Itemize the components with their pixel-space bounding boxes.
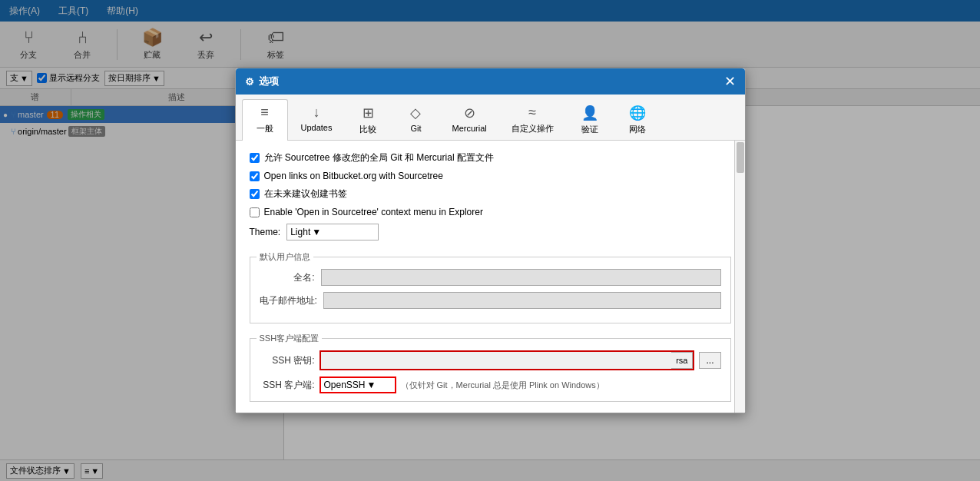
compare-tab-label: 比较	[359, 124, 376, 135]
checkbox-open-links[interactable]	[250, 171, 260, 181]
checkbox-open-links-label: Open links on Bitbucket.org with Sourcet…	[264, 171, 443, 181]
dialog-title: ⚙ 选项	[245, 75, 279, 88]
updates-tab-label: Updates	[301, 123, 333, 132]
tab-auth[interactable]: 👤 验证	[567, 99, 613, 140]
ssh-legend: SSH客户端配置	[257, 333, 323, 344]
network-tab-icon: 🌐	[629, 104, 646, 121]
git-tab-icon: ◇	[410, 104, 421, 121]
checkbox-context-menu-label: Enable 'Open in Sourcetree' context menu…	[264, 207, 483, 217]
tab-updates[interactable]: ↓ Updates	[290, 99, 344, 140]
ssh-client-label: SSH 客户端:	[260, 379, 315, 392]
checkbox-context-menu[interactable]	[250, 207, 260, 217]
user-info-legend: 默认用户信息	[257, 251, 313, 263]
checkbox-suggest-bookmarks[interactable]	[250, 189, 260, 199]
options-dialog: ⚙ 选项 ✕ ≡ 一般 ↓ Updates ⊞ 比较 ◇ Git	[235, 68, 746, 413]
checkbox-row-3: 在未来建议创建书签	[250, 187, 731, 201]
email-input[interactable]	[323, 292, 721, 309]
checkbox-allow-modify-label: 允许 Sourcetree 修改您的全局 Git 和 Mercurial 配置文…	[264, 151, 494, 164]
dialog-close-button[interactable]: ✕	[724, 75, 736, 88]
dialog-title-text: 选项	[259, 75, 279, 88]
chevron-down-icon5: ▼	[312, 227, 321, 237]
theme-row: Theme: Light ▼	[250, 224, 731, 240]
ssh-client-note: （仅针对 Git，Mercurial 总是使用 Plink on Windows…	[401, 380, 604, 391]
email-label: 电子邮件地址:	[260, 294, 317, 307]
user-info-fieldset: 默认用户信息 全名: 电子邮件地址:	[250, 251, 731, 323]
ssh-client-value: OpenSSH	[324, 380, 366, 390]
updates-tab-icon: ↓	[313, 104, 319, 121]
ssh-key-row: SSH 密钥: rsa ...	[260, 350, 721, 370]
theme-value: Light	[290, 227, 310, 237]
network-tab-label: 网络	[629, 124, 646, 135]
dialog-body: 允许 Sourcetree 修改您的全局 Git 和 Mercurial 配置文…	[236, 141, 745, 413]
fullname-label: 全名:	[260, 271, 315, 284]
email-row: 电子邮件地址:	[260, 292, 721, 309]
dialog-title-icon: ⚙	[245, 76, 254, 88]
tab-compare[interactable]: ⊞ 比较	[345, 99, 391, 140]
ssh-key-label: SSH 密钥:	[260, 354, 315, 367]
fullname-input[interactable]	[321, 269, 721, 286]
auth-tab-label: 验证	[581, 124, 598, 135]
fullname-row: 全名:	[260, 269, 721, 286]
tab-custom-actions[interactable]: ≈ 自定义操作	[500, 99, 565, 140]
mercurial-tab-icon: ⊘	[464, 104, 475, 121]
tab-network[interactable]: 🌐 网络	[614, 99, 661, 140]
scroll-thumb	[737, 142, 744, 173]
checkbox-allow-modify[interactable]	[250, 153, 260, 163]
custom-tab-label: 自定义操作	[512, 123, 554, 134]
dialog-titlebar: ⚙ 选项 ✕	[236, 68, 745, 95]
modal-overlay: ⚙ 选项 ✕ ≡ 一般 ↓ Updates ⊞ 比较 ◇ Git	[0, 0, 980, 481]
theme-select[interactable]: Light ▼	[286, 224, 379, 240]
checkbox-suggest-bookmarks-label: 在未来建议创建书签	[264, 187, 347, 201]
general-tab-label: 一般	[257, 123, 273, 134]
checkbox-row-4: Enable 'Open in Sourcetree' context menu…	[250, 207, 731, 217]
ssh-client-select[interactable]: OpenSSH ▼	[319, 377, 396, 393]
dialog-scrollbar[interactable]	[734, 141, 745, 413]
auth-tab-icon: 👤	[581, 104, 598, 121]
tab-git[interactable]: ◇ Git	[392, 99, 439, 140]
ssh-key-browse-button[interactable]: ...	[699, 352, 720, 369]
tab-general[interactable]: ≡ 一般	[242, 99, 288, 141]
git-tab-label: Git	[410, 124, 421, 133]
custom-tab-icon: ≈	[528, 104, 536, 121]
ssh-key-field-wrapper: rsa	[319, 350, 695, 370]
chevron-down-icon6: ▼	[367, 380, 376, 390]
ssh-key-input[interactable]	[321, 352, 672, 369]
checkbox-row-2: Open links on Bitbucket.org with Sourcet…	[250, 171, 731, 181]
dialog-general-content: 允许 Sourcetree 修改您的全局 Git 和 Mercurial 配置文…	[236, 141, 745, 413]
mercurial-tab-label: Mercurial	[452, 124, 486, 133]
tab-mercurial[interactable]: ⊘ Mercurial	[440, 99, 498, 140]
checkbox-row-1: 允许 Sourcetree 修改您的全局 Git 和 Mercurial 配置文…	[250, 151, 731, 164]
dialog-body-content: 允许 Sourcetree 修改您的全局 Git 和 Mercurial 配置文…	[236, 141, 745, 413]
ssh-key-suffix: rsa	[671, 352, 693, 369]
ssh-client-row: SSH 客户端: OpenSSH ▼ （仅针对 Git，Mercurial 总是…	[260, 377, 721, 393]
ssh-fieldset: SSH客户端配置 SSH 密钥: rsa ... SSH 客户端:	[250, 333, 731, 402]
dialog-tabs: ≡ 一般 ↓ Updates ⊞ 比较 ◇ Git ⊘ Mercurial ≈ …	[236, 95, 745, 141]
theme-label: Theme:	[250, 227, 281, 237]
general-tab-icon: ≡	[260, 104, 269, 121]
compare-tab-icon: ⊞	[363, 104, 374, 121]
